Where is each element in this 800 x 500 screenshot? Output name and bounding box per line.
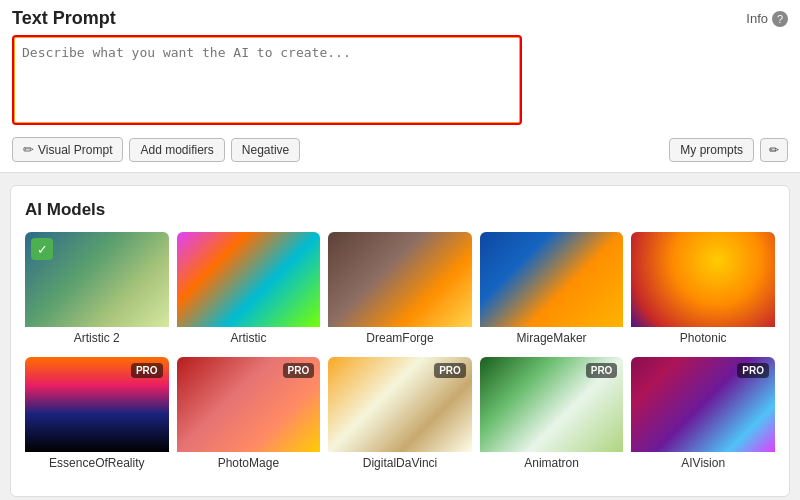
model-label-essenceofreality: EssenceOfReality: [25, 452, 169, 474]
model-thumb-artistic2: ✓: [25, 232, 169, 327]
models-title: AI Models: [25, 200, 775, 220]
model-label-aivision: AIVision: [631, 452, 775, 474]
toolbar: ✏ Visual Prompt Add modifiers Negative M…: [12, 137, 788, 162]
top-header: Text Prompt Info ?: [12, 8, 788, 29]
model-thumb-digitaldavinci: PRO: [328, 357, 472, 452]
models-row1: ✓Artistic 2ArtisticDreamForgeMirageMaker…: [25, 232, 775, 349]
negative-label: Negative: [242, 143, 289, 157]
pro-badge: PRO: [434, 363, 466, 378]
pro-badge: PRO: [283, 363, 315, 378]
add-modifiers-label: Add modifiers: [140, 143, 213, 157]
top-section: Text Prompt Info ? ✏ Visual Prompt Add m…: [0, 0, 800, 173]
model-card-dreamforge[interactable]: DreamForge: [328, 232, 472, 349]
model-label-artistic2: Artistic 2: [25, 327, 169, 349]
visual-prompt-button[interactable]: ✏ Visual Prompt: [12, 137, 123, 162]
model-label-photonic: Photonic: [631, 327, 775, 349]
model-label-photomage: PhotoMage: [177, 452, 321, 474]
pro-badge: PRO: [737, 363, 769, 378]
model-thumb-dreamforge: [328, 232, 472, 327]
edit-icon: ✏: [769, 143, 779, 157]
model-card-photomage[interactable]: PROPhotoMage: [177, 357, 321, 474]
model-thumb-artistic: [177, 232, 321, 327]
model-thumb-photomage: PRO: [177, 357, 321, 452]
visual-prompt-label: Visual Prompt: [38, 143, 112, 157]
edit-button[interactable]: ✏: [760, 138, 788, 162]
model-thumb-miragemaker: [480, 232, 624, 327]
model-card-digitaldavinci[interactable]: PRODigitalDaVinci: [328, 357, 472, 474]
pro-badge: PRO: [586, 363, 618, 378]
my-prompts-button[interactable]: My prompts: [669, 138, 754, 162]
model-card-aivision[interactable]: PROAIVision: [631, 357, 775, 474]
model-label-artistic: Artistic: [177, 327, 321, 349]
model-card-artistic[interactable]: Artistic: [177, 232, 321, 349]
model-card-essenceofreality[interactable]: PROEssenceOfReality: [25, 357, 169, 474]
pro-badge: PRO: [131, 363, 163, 378]
model-label-dreamforge: DreamForge: [328, 327, 472, 349]
model-card-animatron[interactable]: PROAnimatron: [480, 357, 624, 474]
model-thumb-animatron: PRO: [480, 357, 624, 452]
my-prompts-label: My prompts: [680, 143, 743, 157]
toolbar-right: My prompts ✏: [669, 138, 788, 162]
negative-button[interactable]: Negative: [231, 138, 300, 162]
model-label-digitaldavinci: DigitalDaVinci: [328, 452, 472, 474]
models-row2: PROEssenceOfRealityPROPhotoMagePRODigita…: [25, 357, 775, 474]
model-label-miragemaker: MirageMaker: [480, 327, 624, 349]
model-card-photonic[interactable]: Photonic: [631, 232, 775, 349]
info-icon: ?: [772, 11, 788, 27]
model-card-miragemaker[interactable]: MirageMaker: [480, 232, 624, 349]
add-modifiers-button[interactable]: Add modifiers: [129, 138, 224, 162]
brush-icon: ✏: [23, 142, 34, 157]
model-thumb-essenceofreality: PRO: [25, 357, 169, 452]
model-thumb-aivision: PRO: [631, 357, 775, 452]
selected-checkmark-icon: ✓: [31, 238, 53, 260]
info-label: Info: [746, 11, 768, 26]
info-button[interactable]: Info ?: [746, 11, 788, 27]
model-thumb-photonic: [631, 232, 775, 327]
model-label-animatron: Animatron: [480, 452, 624, 474]
model-card-artistic2[interactable]: ✓Artistic 2: [25, 232, 169, 349]
page-title: Text Prompt: [12, 8, 116, 29]
toolbar-left: ✏ Visual Prompt Add modifiers Negative: [12, 137, 300, 162]
text-prompt-input[interactable]: [12, 35, 522, 125]
models-section: AI Models ✓Artistic 2ArtisticDreamForgeM…: [10, 185, 790, 497]
